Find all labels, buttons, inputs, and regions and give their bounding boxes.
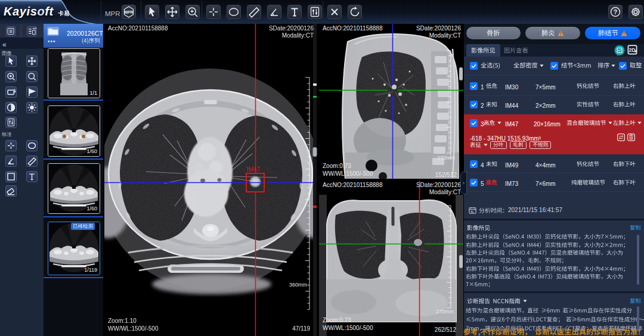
svg-text:IM47: IM47 <box>247 166 261 173</box>
svg-text:2D: 2D <box>629 47 636 53</box>
svg-text:MPR: MPR <box>125 10 134 14</box>
svg-text:?: ? <box>614 9 617 15</box>
